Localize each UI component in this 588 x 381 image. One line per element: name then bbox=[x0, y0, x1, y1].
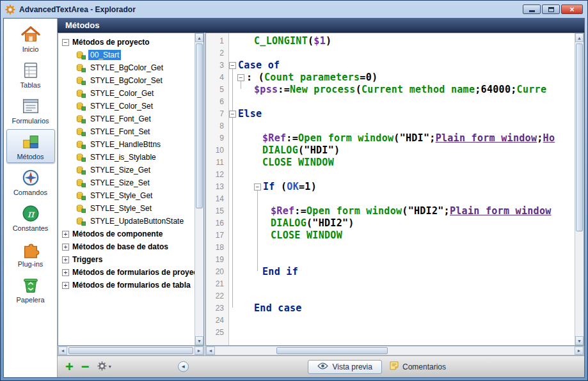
tree-hscroll-thumb[interactable] bbox=[68, 347, 193, 354]
tree-method-item[interactable]: STYLE_Size_Get bbox=[58, 164, 195, 176]
tree-method-item[interactable]: STYLE_Font_Get bbox=[58, 113, 195, 125]
editor-hscroll-track[interactable] bbox=[215, 346, 575, 355]
horizontal-scrollbar-row: ◄ ► ◄ ► bbox=[58, 346, 584, 355]
sidebar-item-label: Comandos bbox=[13, 189, 47, 196]
tree-vscroll-track[interactable] bbox=[195, 42, 203, 336]
tree-vscroll-thumb[interactable] bbox=[196, 43, 203, 208]
editor-vscroll-track[interactable] bbox=[575, 42, 584, 336]
expand-toggle-icon[interactable]: + bbox=[62, 282, 69, 289]
panels: −Métodos de proyecto00_StartSTYLE_BgColo… bbox=[58, 33, 584, 346]
fold-toggle-icon[interactable]: − bbox=[237, 74, 244, 81]
code-line: $pss:=New process(Current method name;64… bbox=[229, 84, 575, 96]
code-token: ( bbox=[356, 84, 362, 95]
tree-method-item[interactable]: STYLE_Color_Get bbox=[58, 87, 195, 100]
delete-method-button[interactable]: − bbox=[81, 361, 90, 373]
titlebar[interactable]: AdvancedTextArea - Explorador × bbox=[3, 1, 585, 18]
collapse-panel-button[interactable]: ◄ bbox=[178, 361, 189, 372]
sidebar-item-papelera[interactable]: Papelera bbox=[6, 272, 55, 306]
minimize-button[interactable] bbox=[523, 4, 541, 14]
scroll-up-icon[interactable]: ▲ bbox=[195, 33, 203, 42]
scroll-left-icon[interactable]: ◄ bbox=[58, 346, 67, 355]
method-icon bbox=[76, 114, 86, 124]
code-token: End if bbox=[262, 266, 298, 277]
line-number: 2 bbox=[206, 47, 228, 59]
code-token: Case of bbox=[238, 59, 280, 71]
tree-vertical-scrollbar[interactable]: ▲ ▼ bbox=[195, 33, 203, 345]
home-icon bbox=[21, 25, 40, 44]
code-token: Count parameters bbox=[264, 72, 360, 83]
tree-method-item[interactable]: STYLE_Style_Set bbox=[58, 202, 195, 215]
tree-group[interactable]: +Métodos de formularios de proyecto bbox=[58, 266, 195, 279]
code-token: ("HDI2"; bbox=[402, 205, 450, 217]
sidebar-item-tablas[interactable]: Tablas bbox=[6, 58, 55, 91]
tree-method-item[interactable]: STYLE_Font_Set bbox=[58, 125, 195, 138]
code-line bbox=[229, 290, 575, 302]
code-token: DIALOG bbox=[271, 217, 306, 229]
tree-method-label: STYLE_HandleBttns bbox=[88, 139, 163, 150]
sidebar-item-comandos[interactable]: Comandos bbox=[6, 165, 55, 199]
tree-method-item[interactable]: STYLE_Style_Get bbox=[58, 189, 195, 202]
expand-toggle-icon[interactable]: + bbox=[62, 244, 69, 251]
tree-method-item[interactable]: STYLE_UpdateButtonState bbox=[58, 215, 195, 228]
method-icon bbox=[76, 153, 86, 162]
restore-button[interactable] bbox=[542, 4, 560, 14]
code-token: Else bbox=[238, 108, 262, 120]
tree-group[interactable]: +Métodos de base de datos bbox=[58, 240, 195, 253]
sidebar-item-constantes[interactable]: πConstantes bbox=[6, 201, 55, 235]
scroll-right-icon[interactable]: ► bbox=[575, 346, 584, 355]
scroll-down-icon[interactable]: ▼ bbox=[195, 336, 203, 345]
tree-group-label: Métodos de proyecto bbox=[72, 38, 150, 47]
tree-method-item[interactable]: STYLE_HandleBttns bbox=[58, 138, 195, 151]
chevron-left-icon: ◄ bbox=[180, 364, 186, 369]
tree-method-item[interactable]: STYLE_is_Stylable bbox=[58, 151, 195, 164]
app-gear-icon bbox=[5, 4, 15, 15]
tree-method-label: STYLE_BgColor_Get bbox=[88, 63, 165, 73]
tree-method-item[interactable]: STYLE_Color_Set bbox=[58, 100, 195, 113]
editor-vscroll-thumb[interactable] bbox=[576, 43, 583, 231]
line-number: 20 bbox=[206, 266, 228, 278]
tree-method-item[interactable]: 00_Start bbox=[58, 49, 195, 61]
tree-method-label: STYLE_UpdateButtonState bbox=[88, 216, 186, 226]
close-button[interactable]: × bbox=[561, 4, 583, 14]
fold-toggle-icon[interactable]: − bbox=[229, 62, 236, 69]
tree-group[interactable]: +Métodos de componente bbox=[58, 228, 195, 240]
collapse-toggle-icon[interactable]: − bbox=[62, 39, 69, 46]
code-token: := bbox=[278, 84, 290, 95]
fold-toggle-icon[interactable]: − bbox=[229, 111, 236, 118]
line-number: 19 bbox=[206, 254, 228, 266]
code-editor[interactable]: C_LONGINT($1)−Case of−: (Count parameter… bbox=[229, 33, 575, 345]
code-line bbox=[229, 193, 575, 205]
sidebar-item-metodos[interactable]: Métodos bbox=[6, 129, 55, 163]
tree-group[interactable]: +Triggers bbox=[58, 253, 195, 266]
preview-button[interactable]: Vista previa bbox=[308, 360, 381, 374]
expand-toggle-icon[interactable]: + bbox=[62, 231, 69, 238]
expand-toggle-icon[interactable]: + bbox=[62, 269, 69, 276]
editor-vertical-scrollbar[interactable]: ▲ ▼ bbox=[575, 33, 584, 345]
options-gear-button[interactable]: ▾ bbox=[97, 361, 111, 372]
tree-method-item[interactable]: STYLE_BgColor_Get bbox=[58, 61, 195, 74]
fold-toggle-icon[interactable]: − bbox=[254, 183, 261, 190]
code-line: CLOSE WINDOW bbox=[229, 229, 575, 242]
expand-toggle-icon[interactable]: + bbox=[62, 256, 69, 263]
scroll-right-icon[interactable]: ► bbox=[195, 346, 203, 355]
tree-method-item[interactable]: STYLE_BgColor_Set bbox=[58, 74, 195, 87]
tree-group[interactable]: −Métodos de proyecto bbox=[58, 36, 195, 49]
scroll-up-icon[interactable]: ▲ bbox=[575, 33, 584, 42]
editor-hscroll-thumb[interactable] bbox=[276, 347, 388, 354]
tree-horizontal-scrollbar[interactable]: ◄ ► bbox=[58, 346, 204, 355]
sidebar-item-inicio[interactable]: Inicio bbox=[6, 22, 55, 56]
line-number: 1 bbox=[206, 35, 228, 47]
sidebar-item-formularios[interactable]: Formularios bbox=[6, 93, 55, 127]
tree-hscroll-track[interactable] bbox=[67, 346, 195, 355]
scroll-down-icon[interactable]: ▼ bbox=[575, 336, 584, 345]
tree-group[interactable]: +Métodos de formularios de tabla bbox=[58, 279, 195, 292]
add-method-button[interactable]: + bbox=[65, 361, 74, 373]
code-line bbox=[229, 169, 575, 181]
tree-method-label: STYLE_Size_Get bbox=[88, 165, 152, 175]
scroll-left-icon[interactable]: ◄ bbox=[206, 346, 215, 355]
editor-horizontal-scrollbar[interactable]: ◄ ► bbox=[205, 346, 584, 355]
comments-button[interactable]: Comentarios bbox=[390, 361, 446, 372]
tree-method-label: STYLE_Font_Get bbox=[88, 114, 153, 124]
tree-method-item[interactable]: STYLE_Size_Set bbox=[58, 176, 195, 189]
sidebar-item-plugins[interactable]: Plug-ins bbox=[6, 237, 55, 270]
